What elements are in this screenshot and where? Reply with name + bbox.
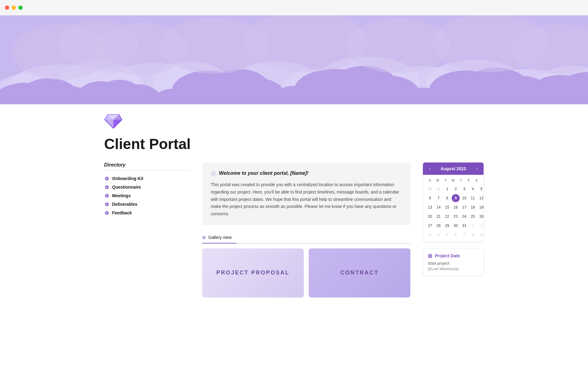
gallery-cards: PROJECT PROPOSAL CONTRACT — [202, 248, 410, 297]
calendar-weekdays: SMTWTFS — [426, 177, 481, 183]
directory-item-4[interactable]: ✿Feedback — [104, 209, 190, 217]
directory-item-3[interactable]: ✿Deliverables — [104, 200, 190, 209]
welcome-box: ⊙ Welcome to your client portal, [Name]!… — [202, 162, 410, 225]
cal-day-w1-d6[interactable]: 12 — [477, 194, 484, 202]
cal-day-w4-d0[interactable]: 27 — [426, 222, 434, 230]
project-start-value: @Last Wednesday — [428, 267, 479, 271]
cal-day-w4-d4[interactable]: 31 — [460, 222, 468, 230]
diamond-icon — [104, 113, 123, 129]
cal-day-w4-d6[interactable]: 2 — [477, 222, 484, 230]
calendar-days: 3031123456789101112131415161718192021222… — [426, 185, 481, 239]
directory-item-label-4: Feedback — [112, 210, 132, 215]
cal-day-w5-d1[interactable]: 4 — [435, 231, 443, 239]
cal-day-w4-d5[interactable]: 1 — [469, 222, 477, 230]
calendar-grid: SMTWTFS 30311234567891011121314151617181… — [423, 175, 484, 242]
directory-item-1[interactable]: ✿Questionnaire — [104, 183, 190, 191]
cal-day-w5-d5[interactable]: 8 — [469, 231, 477, 239]
cal-day-w0-d4[interactable]: 3 — [460, 185, 468, 193]
cal-day-w3-d3[interactable]: 23 — [452, 213, 460, 220]
cal-day-w1-d5[interactable]: 11 — [469, 194, 477, 202]
header-banner — [0, 15, 588, 104]
cal-day-w5-d6[interactable]: 9 — [477, 231, 484, 239]
cal-day-w0-d1[interactable]: 31 — [435, 185, 443, 193]
cal-weekday-2: T — [442, 177, 449, 183]
proposal-card[interactable]: PROJECT PROPOSAL — [202, 248, 304, 297]
left-sidebar: Directory ✿Onboarding Kit✿Questionnaire✿… — [104, 162, 190, 217]
directory-item-label-0: Onboarding Kit — [112, 176, 143, 181]
cal-day-w3-d6[interactable]: 26 — [477, 213, 484, 220]
page-title: Client Portal — [104, 136, 484, 152]
cal-day-w5-d2[interactable]: 5 — [443, 231, 451, 239]
right-sidebar: ‹ August 2023 › SMTWTFS 3031123456789101… — [423, 162, 484, 276]
cal-day-w2-d3[interactable]: 16 — [452, 203, 460, 211]
cal-weekday-3: W — [449, 177, 457, 183]
calendar-next-button[interactable]: › — [474, 166, 479, 172]
calendar-header: ‹ August 2023 › — [423, 163, 484, 175]
window-chrome — [0, 0, 588, 15]
cal-day-w3-d5[interactable]: 25 — [469, 213, 477, 220]
cal-day-w2-d5[interactable]: 18 — [469, 203, 477, 211]
cal-day-w5-d3[interactable]: 6 — [452, 231, 460, 239]
svg-marker-52 — [105, 120, 113, 128]
directory-bullet-3: ✿ — [104, 202, 109, 207]
svg-marker-53 — [113, 120, 122, 128]
gallery-view-tab[interactable]: ⊞ Gallery view — [202, 232, 236, 243]
cal-day-w4-d3[interactable]: 30 — [452, 222, 460, 230]
directory-bullet-0: ✿ — [104, 176, 109, 181]
calendar-prev-button[interactable]: ‹ — [427, 166, 432, 172]
cal-day-w3-d2[interactable]: 22 — [443, 213, 451, 220]
directory-bullet-2: ✿ — [104, 193, 109, 198]
proposal-card-label: PROJECT PROPOSAL — [216, 270, 289, 276]
cal-day-w4-d1[interactable]: 28 — [435, 222, 443, 230]
calendar-month-year: August 2023 — [440, 166, 466, 171]
directory-bullet-1: ✿ — [104, 185, 109, 190]
cal-day-w2-d0[interactable]: 13 — [426, 203, 434, 211]
gallery-tab-bar: ⊞ Gallery view — [202, 232, 410, 243]
cal-day-w5-d4[interactable]: 7 — [460, 231, 468, 239]
cal-day-w2-d2[interactable]: 15 — [443, 203, 451, 211]
cal-weekday-1: M — [434, 177, 441, 183]
cal-day-w1-d0[interactable]: 6 — [426, 194, 434, 202]
cal-day-w1-d3[interactable]: 9 — [452, 194, 460, 202]
cal-day-w3-d4[interactable]: 24 — [460, 213, 468, 220]
cal-day-w2-d1[interactable]: 14 — [435, 203, 443, 211]
directory-item-2[interactable]: ✿Meetings — [104, 191, 190, 200]
cal-day-w1-d1[interactable]: 7 — [435, 194, 443, 202]
cal-weekday-4: T — [457, 177, 465, 183]
center-content: ⊙ Welcome to your client portal, [Name]!… — [202, 162, 410, 297]
cal-day-w2-d6[interactable]: 19 — [477, 203, 484, 211]
gallery-tab-label: Gallery view — [208, 235, 232, 240]
cal-day-w1-d4[interactable]: 10 — [460, 194, 468, 202]
cal-day-w1-d2[interactable]: 8 — [443, 194, 451, 202]
welcome-title: Welcome to your client portal, [Name]! — [219, 171, 308, 176]
close-button[interactable] — [5, 6, 9, 10]
welcome-text: This portal was created to provide you w… — [211, 181, 402, 218]
cal-day-w0-d6[interactable]: 5 — [477, 185, 484, 193]
cal-weekday-0: S — [426, 177, 434, 183]
cal-day-w0-d5[interactable]: 4 — [469, 185, 477, 193]
cal-day-w2-d4[interactable]: 17 — [460, 203, 468, 211]
contract-card-label: CONTRACT — [341, 270, 379, 276]
project-date-widget: ▦ Project Date Start project @Last Wedne… — [423, 248, 484, 276]
cal-day-w0-d2[interactable]: 1 — [443, 185, 451, 193]
cal-day-w5-d0[interactable]: 3 — [426, 231, 434, 239]
minimize-button[interactable] — [12, 6, 16, 10]
directory-item-label-3: Deliverables — [112, 202, 138, 207]
grid-icon: ⊞ — [202, 235, 206, 240]
cal-day-w3-d1[interactable]: 21 — [435, 213, 443, 220]
welcome-header: ⊙ Welcome to your client portal, [Name]! — [211, 170, 402, 177]
project-date-icon: ▦ — [428, 253, 432, 259]
maximize-button[interactable] — [18, 6, 23, 10]
cal-day-w3-d0[interactable]: 20 — [426, 213, 434, 220]
cal-day-w4-d2[interactable]: 29 — [443, 222, 451, 230]
main-layout: Directory ✿Onboarding Kit✿Questionnaire✿… — [104, 162, 484, 297]
calendar-widget: ‹ August 2023 › SMTWTFS 3031123456789101… — [423, 162, 484, 242]
cal-weekday-5: F — [465, 177, 473, 183]
cal-day-w0-d0[interactable]: 30 — [426, 185, 434, 193]
directory-item-0[interactable]: ✿Onboarding Kit — [104, 174, 190, 183]
directory-item-label-2: Meetings — [112, 193, 131, 198]
cal-weekday-6: S — [473, 177, 481, 183]
directory-title: Directory — [104, 162, 190, 171]
contract-card[interactable]: CONTRACT — [309, 248, 410, 297]
cal-day-w0-d3[interactable]: 2 — [452, 185, 460, 193]
